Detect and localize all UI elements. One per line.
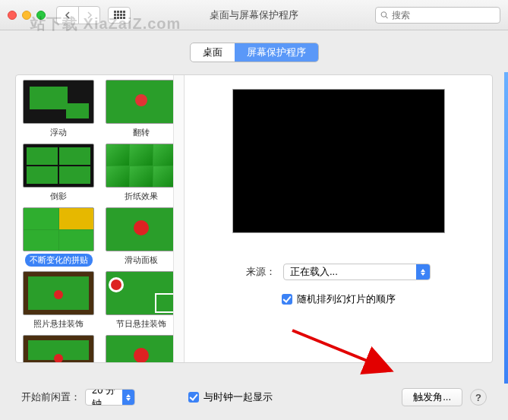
search-icon	[380, 11, 389, 20]
idle-time-select[interactable]: 20 分钟	[85, 389, 135, 406]
screensaver-item-flipup[interactable]: 翻转	[103, 80, 180, 139]
hot-corners-button[interactable]: 触发角...	[402, 388, 462, 406]
scrollbar[interactable]	[173, 75, 184, 362]
screensaver-item-floating[interactable]: 浮动	[21, 80, 97, 139]
idle-label: 开始前闲置：	[21, 390, 80, 404]
window-edge-decoration	[504, 72, 508, 384]
screensaver-item-holiday-mobile[interactable]: 节日悬挂装饰	[103, 271, 180, 330]
source-label: 来源：	[246, 265, 276, 279]
screensaver-item-photo-wall[interactable]: 照片悬挂装饰	[21, 271, 97, 330]
tab-segmented-control: 桌面 屏幕保护程序	[190, 43, 319, 62]
source-select-value: 正在载入...	[290, 265, 338, 279]
window-titlebar: 桌面与屏幕保护程序	[0, 0, 508, 30]
search-input[interactable]	[392, 10, 495, 21]
screensaver-item-shifting-tiles[interactable]: 不断变化的拼贴	[21, 207, 97, 267]
search-field[interactable]	[375, 7, 500, 24]
zoom-window-button[interactable]	[36, 11, 46, 20]
random-order-label: 随机排列幻灯片的顺序	[297, 292, 396, 306]
minimize-window-button[interactable]	[22, 11, 31, 20]
screensaver-item-reflections[interactable]: 倒影	[21, 144, 97, 203]
chevron-updown-icon	[122, 390, 134, 405]
tab-desktop[interactable]: 桌面	[191, 43, 235, 62]
close-window-button[interactable]	[8, 11, 17, 20]
show-clock-checkbox[interactable]	[188, 392, 199, 403]
screensaver-item-partial-1[interactable]	[21, 335, 97, 362]
source-select[interactable]: 正在载入...	[283, 264, 431, 280]
show-clock-label: 与时钟一起显示	[204, 390, 273, 404]
idle-time-value: 20 分钟	[92, 389, 122, 406]
back-button[interactable]	[57, 7, 78, 24]
grid-icon	[114, 11, 125, 19]
help-button[interactable]: ?	[470, 389, 487, 406]
tab-screensaver[interactable]: 屏幕保护程序	[235, 43, 318, 62]
show-all-button[interactable]	[108, 7, 131, 24]
preview-panel: 来源： 正在载入... 随机排列幻灯片的顺序	[185, 75, 492, 362]
screensaver-item-origami[interactable]: 折纸效果	[103, 144, 180, 203]
traffic-lights	[8, 11, 46, 20]
content-panel: 浮动 翻转 倒影 折纸效果 不断变化的拼贴 滑动面板 照片悬挂装饰 节日悬挂装饰	[15, 74, 493, 363]
screensaver-preview[interactable]	[232, 89, 445, 233]
bottom-bar: 开始前闲置： 20 分钟 与时钟一起显示 触发角... ?	[0, 388, 508, 406]
screensaver-list[interactable]: 浮动 翻转 倒影 折纸效果 不断变化的拼贴 滑动面板 照片悬挂装饰 节日悬挂装饰	[16, 75, 185, 362]
screensaver-item-sliding-panels[interactable]: 滑动面板	[103, 207, 180, 267]
back-forward-buttons	[56, 6, 100, 24]
random-order-checkbox[interactable]	[282, 294, 292, 305]
forward-button[interactable]	[78, 7, 99, 24]
chevron-updown-icon	[416, 264, 430, 279]
screensaver-item-partial-2[interactable]	[103, 335, 180, 362]
